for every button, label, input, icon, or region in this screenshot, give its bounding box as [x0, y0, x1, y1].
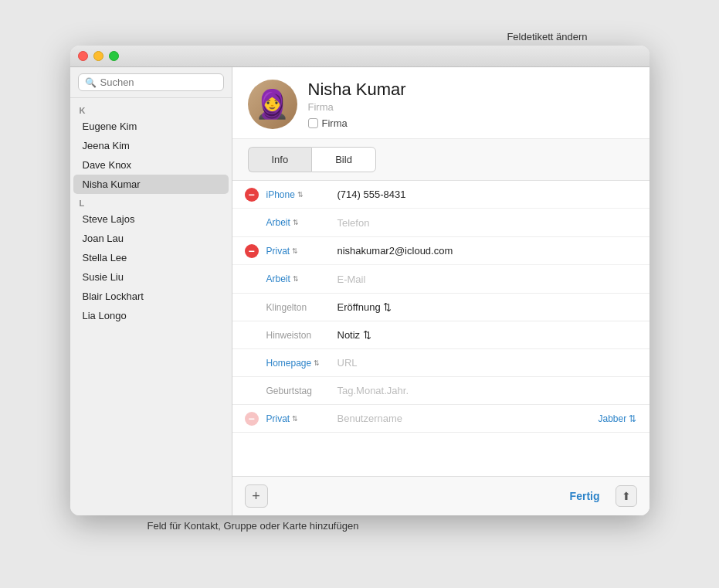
top-annotation: Feldetikett ändern: [507, 31, 649, 42]
alerttone-value[interactable]: Notiz ⇅: [337, 329, 637, 341]
phone-sub-placeholder[interactable]: Telefon: [337, 217, 637, 229]
birthday-value[interactable]: Tag.Monat.Jahr.: [337, 385, 637, 396]
tab-bar-wrapper: Info Bild: [232, 139, 649, 181]
contact-header: 🧕 Nisha Kumar Firma Firma: [232, 67, 649, 139]
phone-sub-label-text: Arbeit: [266, 217, 290, 228]
jabber-label-text: Privat: [266, 413, 290, 424]
close-button[interactable]: [78, 51, 88, 61]
contact-item[interactable]: Blair Lockhart: [73, 287, 229, 306]
birthday-label: Geburtstag: [266, 386, 328, 396]
email-sub-label[interactable]: Arbeit ⇅: [266, 274, 328, 284]
phone-label-text: iPhone: [266, 189, 295, 200]
done-button[interactable]: Fertig: [561, 486, 609, 506]
email-value[interactable]: nishakumar2@icloud.com: [337, 245, 637, 257]
email-sub-placeholder[interactable]: E-Mail: [337, 274, 637, 285]
detail-footer: + Fertig ⬆: [232, 476, 649, 515]
remove-placeholder-6: [245, 384, 259, 398]
contact-list: K Eugene Kim Jeena Kim Dave Knox Nisha K…: [70, 98, 232, 515]
email-row-2: Arbeit ⇅ E-Mail: [232, 265, 649, 293]
email-sub-stepper-icon: ⇅: [293, 275, 299, 283]
share-button[interactable]: ⬆: [616, 485, 637, 507]
phone-value[interactable]: (714) 555-8431: [337, 189, 637, 200]
homepage-row: Homepage ⇅ URL: [232, 349, 649, 377]
email-row-1: − Privat ⇅ nishakumar2@icloud.com: [232, 237, 649, 265]
alerttone-label-text: Hinweiston: [266, 330, 312, 341]
titlebar: [70, 46, 649, 67]
jabber-service[interactable]: Jabber ⇅: [598, 413, 636, 424]
contact-name-section: Nisha Kumar Firma Firma: [308, 80, 634, 129]
email-field-group: − Privat ⇅ nishakumar2@icloud.com Arbeit: [232, 237, 649, 294]
remove-placeholder: [245, 216, 259, 229]
homepage-stepper-icon: ⇅: [314, 359, 320, 367]
email-stepper-icon: ⇅: [292, 247, 298, 255]
tab-bar: Info Bild: [248, 147, 634, 172]
alerttone-row: Hinweiston Notiz ⇅: [232, 321, 649, 349]
share-icon: ⬆: [622, 490, 631, 502]
contact-item[interactable]: Susie Liu: [73, 267, 229, 287]
remove-placeholder-3: [245, 301, 259, 314]
company-checkbox-row: Firma: [308, 117, 634, 129]
minimize-button[interactable]: [93, 51, 103, 61]
app-window: 🔍 K Eugene Kim Jeena Kim Dave Knox Nisha…: [70, 46, 649, 515]
remove-placeholder-5: [245, 356, 259, 370]
search-input[interactable]: [100, 76, 217, 88]
phone-sub-label[interactable]: Arbeit ⇅: [266, 217, 328, 228]
detail-panel: 🧕 Nisha Kumar Firma Firma Info: [232, 67, 649, 515]
remove-phone-button[interactable]: −: [245, 188, 259, 202]
jabber-row: − Privat ⇅ Benutzername Jabber ⇅: [232, 405, 649, 433]
remove-email-button[interactable]: −: [245, 244, 259, 258]
jabber-stepper-icon: ⇅: [292, 415, 298, 423]
contact-item[interactable]: Eugene Kim: [73, 117, 229, 136]
tab-info[interactable]: Info: [248, 147, 312, 172]
main-content: 🔍 K Eugene Kim Jeena Kim Dave Knox Nisha…: [70, 67, 649, 515]
homepage-label[interactable]: Homepage ⇅: [266, 358, 328, 369]
add-field-button[interactable]: +: [245, 484, 268, 508]
ringtone-label-text: Klingelton: [266, 302, 307, 313]
company-checkbox[interactable]: [308, 118, 318, 128]
contact-name: Nisha Kumar: [308, 80, 634, 100]
email-sub-label-text: Arbeit: [266, 274, 290, 284]
search-input-wrapper[interactable]: 🔍: [78, 73, 224, 91]
fields-container: − iPhone ⇅ (714) 555-8431 Arbeit ⇅: [232, 181, 649, 476]
section-header-k: K: [70, 101, 232, 117]
avatar-face: 🧕: [255, 88, 290, 121]
birthday-label-text: Geburtstag: [266, 386, 312, 396]
company-checkbox-label: Firma: [322, 117, 348, 129]
phone-stepper-icon: ⇅: [297, 191, 304, 199]
contact-item-selected[interactable]: Nisha Kumar: [73, 175, 229, 194]
remove-placeholder-2: [245, 272, 259, 286]
contact-item[interactable]: Joan Lau: [73, 229, 229, 248]
ringtone-label: Klingelton: [266, 302, 328, 313]
search-icon: 🔍: [85, 77, 97, 88]
phone-row-2: Arbeit ⇅ Telefon: [232, 209, 649, 236]
remove-jabber-button[interactable]: −: [245, 412, 259, 426]
homepage-value[interactable]: URL: [337, 357, 637, 369]
contact-item[interactable]: Lia Longo: [73, 306, 229, 325]
maximize-button[interactable]: [109, 51, 119, 61]
bottom-annotation: Feld für Kontakt, Gruppe oder Karte hinz…: [70, 520, 359, 532]
app-outer-wrapper: Feldetikett ändern 🔍 K Eugene Kim Je: [70, 31, 649, 532]
search-bar: 🔍: [70, 67, 232, 98]
phone-row-1: − iPhone ⇅ (714) 555-8431: [232, 181, 649, 209]
avatar[interactable]: 🧕: [248, 80, 297, 129]
contact-item[interactable]: Steve Lajos: [73, 209, 229, 229]
contact-company-placeholder[interactable]: Firma: [308, 101, 634, 113]
ringtone-row: Klingelton Eröffnung ⇅: [232, 294, 649, 321]
email-label-text: Privat: [266, 246, 290, 257]
phone-label[interactable]: iPhone ⇅: [266, 189, 328, 200]
phone-sub-stepper-icon: ⇅: [293, 219, 299, 226]
tab-bild[interactable]: Bild: [311, 147, 376, 172]
jabber-label[interactable]: Privat ⇅: [266, 413, 328, 424]
jabber-username[interactable]: Benutzername: [337, 413, 594, 424]
homepage-label-text: Homepage: [266, 358, 312, 369]
birthday-row: Geburtstag Tag.Monat.Jahr.: [232, 377, 649, 405]
ringtone-value[interactable]: Eröffnung ⇅: [337, 301, 637, 313]
add-icon: +: [252, 488, 260, 505]
contact-item[interactable]: Jeena Kim: [73, 136, 229, 155]
phone-field-group: − iPhone ⇅ (714) 555-8431 Arbeit ⇅: [232, 181, 649, 237]
contact-item[interactable]: Dave Knox: [73, 155, 229, 175]
section-header-l: L: [70, 194, 232, 209]
remove-placeholder-4: [245, 328, 259, 342]
contact-item[interactable]: Stella Lee: [73, 248, 229, 267]
email-label[interactable]: Privat ⇅: [266, 246, 328, 257]
